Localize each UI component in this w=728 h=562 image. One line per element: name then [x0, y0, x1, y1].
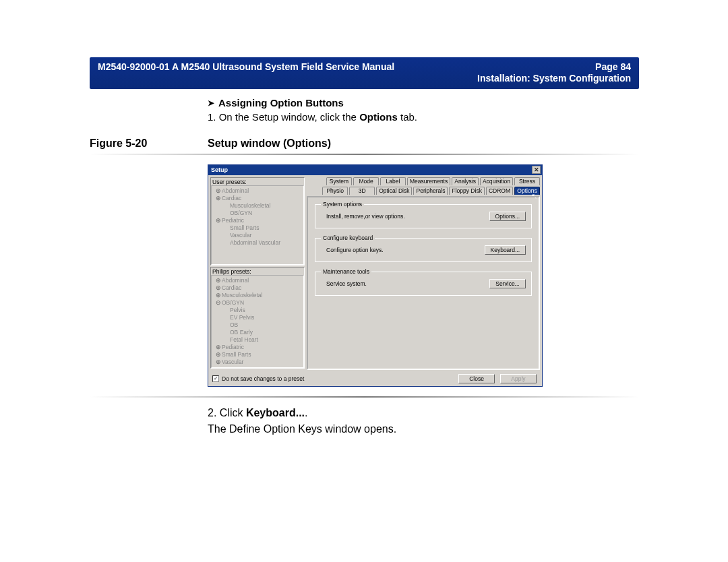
- tab-stress[interactable]: Stress: [514, 177, 540, 185]
- figure-caption: Setup window (Options): [208, 137, 331, 150]
- doc-title: M2540-92000-01 A M2540 Ultrasound System…: [98, 61, 394, 72]
- step-2: 2. Click Keyboard....: [208, 407, 639, 419]
- options-button[interactable]: Options...: [489, 212, 526, 221]
- tree-item[interactable]: ⊕Abdominal: [216, 187, 302, 195]
- user-presets-label: User presets:: [211, 178, 304, 185]
- tree-item[interactable]: ⊕Pediatric: [216, 217, 302, 224]
- tabs-row-1: SystemModeLabelMeasurementsAnalysisAcqui…: [307, 177, 540, 185]
- tree-item[interactable]: EV Pelvis: [216, 314, 302, 321]
- tab-system[interactable]: System: [326, 177, 352, 185]
- service-button[interactable]: Service...: [489, 279, 526, 288]
- tree-item[interactable]: Vascular: [216, 232, 302, 239]
- step-1: 1. On the Setup window, click the Option…: [208, 111, 639, 123]
- keyboard-button[interactable]: Keyboard...: [485, 245, 526, 255]
- tab-measurements[interactable]: Measurements: [407, 177, 450, 185]
- window-title: Setup: [211, 166, 228, 173]
- step-2-result: The Define Option Keys window opens.: [208, 423, 639, 435]
- tree-item[interactable]: ⊕Musculoskeletal: [216, 292, 302, 299]
- page-number: Page 84: [595, 61, 631, 72]
- checkbox-icon[interactable]: ✓: [212, 375, 219, 382]
- divider: [90, 396, 639, 398]
- document-page: M2540-92000-01 A M2540 Ultrasound System…: [90, 57, 639, 439]
- tree-item[interactable]: ⊖OB/GYN: [216, 299, 302, 307]
- philips-presets-label: Philips presets:: [211, 268, 304, 275]
- tree-item[interactable]: Small Parts: [216, 224, 302, 232]
- philips-presets-tree[interactable]: ⊕Abdominal⊕Cardiac⊕Musculoskeletal⊖OB/GY…: [211, 275, 304, 368]
- tree-item[interactable]: Pelvis: [216, 307, 302, 314]
- divider: [90, 154, 639, 155]
- tab-cdrom[interactable]: CDROM: [486, 187, 513, 195]
- user-presets-tree[interactable]: ⊕Abdominal⊕Cardiac Musculoskeletal OB/GY…: [211, 185, 304, 265]
- tab-options[interactable]: Options: [514, 187, 540, 195]
- tree-item[interactable]: ⊕Pediatric: [216, 344, 302, 351]
- do-not-save-checkbox[interactable]: ✓ Do not save changes to a preset: [212, 375, 304, 382]
- tab-3d[interactable]: 3D: [349, 187, 375, 195]
- tree-item[interactable]: OB: [216, 321, 302, 329]
- tree-item[interactable]: OB/GYN: [216, 210, 302, 217]
- options-pane: System options Install, remove,or view o…: [307, 196, 540, 370]
- titlebar: Setup ✕: [208, 165, 542, 175]
- tab-physio[interactable]: Physio: [322, 187, 348, 195]
- tree-item[interactable]: Musculoskeletal: [216, 202, 302, 210]
- page-header: M2540-92000-01 A M2540 Ultrasound System…: [90, 57, 639, 89]
- apply-button[interactable]: Apply: [500, 374, 537, 383]
- tab-floppy-disk[interactable]: Floppy Disk: [449, 187, 484, 195]
- tree-item[interactable]: ⊕Abdominal: [216, 277, 302, 284]
- tree-item[interactable]: ⊕Small Parts: [216, 351, 302, 358]
- setup-window: Setup ✕ User presets: ⊕Abdominal⊕Cardiac…: [208, 164, 543, 387]
- tree-item[interactable]: ⊕Cardiac: [216, 284, 302, 292]
- tab-optical-disk[interactable]: Optical Disk: [376, 187, 412, 195]
- tab-analysis[interactable]: Analysis: [452, 177, 479, 185]
- procedure-heading: ➤ Assigning Option Buttons: [208, 97, 639, 108]
- tree-item[interactable]: Abdominal Vascular: [216, 239, 302, 247]
- arrow-icon: ➤: [208, 98, 214, 108]
- tab-mode[interactable]: Mode: [353, 177, 379, 185]
- figure-label: Figure 5-20: [90, 137, 208, 150]
- group-configure-keyboard: Configure keyboard Configure option keys…: [315, 238, 532, 262]
- tree-item[interactable]: Fetal Heart: [216, 336, 302, 344]
- tabs-row-2: Physio3DOptical DiskPeripheralsFloppy Di…: [307, 187, 540, 195]
- tab-peripherals[interactable]: Peripherals: [413, 187, 448, 195]
- tab-acquisition[interactable]: Acquisition: [480, 177, 513, 185]
- tab-label[interactable]: Label: [380, 177, 406, 185]
- setup-footer: ✓ Do not save changes to a preset Close …: [208, 372, 542, 386]
- section-path: Installation: System Configuration: [98, 73, 631, 84]
- figure-caption-row: Figure 5-20 Setup window (Options): [90, 137, 639, 150]
- tree-item[interactable]: ⊕Cardiac: [216, 195, 302, 202]
- close-icon[interactable]: ✕: [532, 166, 541, 174]
- group-system-options: System options Install, remove,or view o…: [315, 204, 532, 228]
- close-button[interactable]: Close: [458, 374, 495, 383]
- tree-item[interactable]: ⊕Vascular: [216, 358, 302, 366]
- group-maintenance-tools: Maintenance tools Service system. Servic…: [315, 272, 532, 296]
- tree-item[interactable]: OB Early: [216, 329, 302, 336]
